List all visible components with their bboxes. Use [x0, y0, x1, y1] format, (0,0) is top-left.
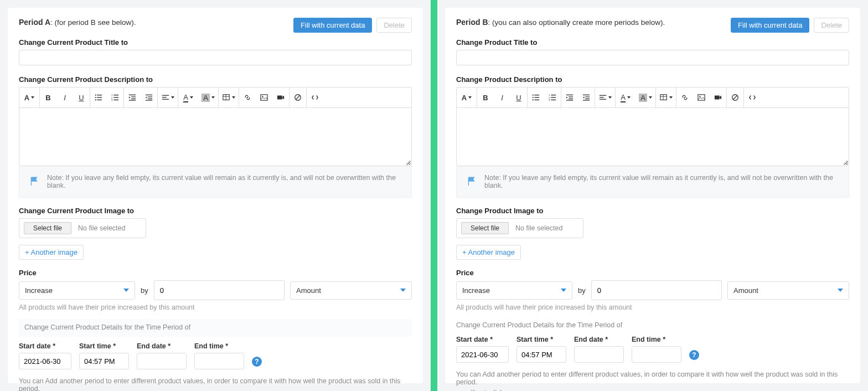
image-button[interactable] [693, 88, 710, 107]
svg-rect-57 [698, 95, 705, 101]
svg-rect-43 [566, 95, 573, 95]
svg-rect-11 [113, 100, 118, 100]
svg-point-4 [95, 99, 96, 100]
video-button[interactable] [710, 88, 726, 107]
svg-rect-59 [715, 96, 720, 100]
product-title-input[interactable] [19, 50, 412, 65]
select-file-button[interactable]: Select file [461, 222, 509, 234]
svg-point-58 [699, 96, 700, 97]
text-color-dropdown[interactable]: A [178, 88, 198, 107]
svg-text:3: 3 [549, 99, 550, 101]
start-time-label: Start time * [79, 342, 129, 350]
svg-point-0 [95, 95, 96, 96]
end-date-input[interactable] [574, 346, 624, 363]
by-label: by [578, 286, 586, 295]
svg-rect-20 [162, 95, 168, 96]
delete-button[interactable]: Delete [814, 18, 849, 33]
underline-button[interactable]: U [510, 88, 527, 107]
rich-text-editor: A B I U 123 [456, 87, 849, 166]
align-dropdown[interactable] [158, 88, 178, 107]
image-button[interactable] [256, 88, 272, 107]
italic-button[interactable]: I [56, 88, 73, 107]
svg-rect-19 [146, 100, 152, 100]
rich-text-editor: A B I U 123 [19, 87, 412, 166]
bold-button[interactable]: B [40, 88, 56, 107]
end-time-input[interactable] [194, 353, 244, 369]
svg-rect-22 [162, 99, 168, 100]
start-date-input[interactable] [19, 353, 71, 369]
price-helper: All products will have their price incre… [456, 303, 849, 311]
clear-format-button[interactable] [290, 88, 306, 107]
price-label: Price [456, 269, 849, 277]
video-button[interactable] [272, 88, 289, 107]
note-banner: Note: If you leave any field empty, its … [456, 166, 849, 198]
clear-format-button[interactable] [727, 88, 743, 107]
price-value-input[interactable] [154, 280, 285, 300]
another-image-button[interactable]: + Another image [456, 245, 521, 260]
fill-with-current-data-button[interactable]: Fill with current data [293, 18, 372, 33]
period-a-panel: Period A: (for period B see below). Fill… [8, 8, 423, 383]
price-action-select[interactable]: Increase [456, 281, 572, 300]
price-action-select[interactable]: Increase [19, 281, 135, 300]
link-button[interactable] [239, 88, 256, 107]
svg-rect-3 [97, 97, 102, 97]
outdent-button[interactable] [561, 88, 578, 107]
bg-color-dropdown[interactable]: A [636, 88, 655, 107]
time-period-section-title: Change Current Product Details for the T… [24, 323, 406, 331]
select-file-button[interactable]: Select file [24, 222, 71, 234]
bullet-list-button[interactable] [528, 88, 544, 107]
svg-rect-15 [129, 100, 136, 100]
font-style-dropdown[interactable]: A [457, 88, 477, 107]
svg-point-31 [533, 95, 534, 96]
svg-rect-12 [129, 95, 136, 95]
end-time-input[interactable] [632, 346, 681, 363]
description-textarea[interactable] [19, 108, 411, 166]
editor-toolbar: A B I U 123 [19, 88, 411, 108]
align-dropdown[interactable] [595, 88, 615, 107]
link-button[interactable] [676, 88, 693, 107]
bullet-list-button[interactable] [90, 88, 107, 107]
indent-button[interactable] [141, 88, 157, 107]
price-value-input[interactable] [591, 280, 722, 300]
note-banner: Note: If you leave any field empty, its … [19, 166, 412, 198]
start-date-input[interactable] [456, 346, 509, 363]
help-icon[interactable]: ? [252, 357, 262, 367]
number-list-button[interactable]: 123 [107, 88, 123, 107]
svg-rect-18 [148, 99, 152, 99]
bg-color-dropdown[interactable]: A [198, 88, 218, 107]
another-image-button[interactable]: + Another image [19, 245, 84, 260]
number-list-button[interactable]: 123 [544, 88, 561, 107]
end-date-input[interactable] [137, 353, 187, 369]
bold-button[interactable]: B [477, 88, 494, 107]
start-time-input[interactable] [79, 353, 129, 369]
code-view-button[interactable] [744, 88, 761, 107]
italic-button[interactable]: I [494, 88, 510, 107]
description-textarea[interactable] [457, 108, 849, 166]
svg-rect-51 [599, 95, 606, 96]
underline-button[interactable]: U [73, 88, 90, 107]
help-icon[interactable]: ? [689, 350, 699, 360]
table-dropdown[interactable] [219, 88, 239, 107]
description-label: Change Product Description to [456, 75, 849, 84]
code-view-button[interactable] [307, 88, 323, 107]
table-dropdown[interactable] [656, 88, 676, 107]
svg-rect-13 [131, 96, 136, 97]
svg-rect-52 [599, 97, 603, 97]
product-title-input[interactable] [456, 50, 849, 65]
text-color-dropdown[interactable]: A [616, 88, 636, 107]
start-date-label: Start date * [19, 342, 71, 350]
delete-button[interactable]: Delete [376, 18, 412, 33]
price-type-select[interactable]: Amount [727, 281, 849, 300]
fill-with-current-data-button[interactable]: Fill with current data [731, 18, 809, 33]
outdent-button[interactable] [124, 88, 141, 107]
svg-rect-47 [583, 95, 590, 95]
svg-text:3: 3 [111, 99, 113, 101]
file-status: No file selected [78, 224, 125, 232]
font-style-dropdown[interactable]: A [19, 88, 39, 107]
start-time-input[interactable] [516, 346, 566, 363]
svg-rect-28 [277, 96, 282, 100]
indent-button[interactable] [578, 88, 595, 107]
price-type-select[interactable]: Amount [290, 281, 412, 300]
by-label: by [141, 286, 148, 295]
file-status: No file selected [515, 224, 562, 232]
